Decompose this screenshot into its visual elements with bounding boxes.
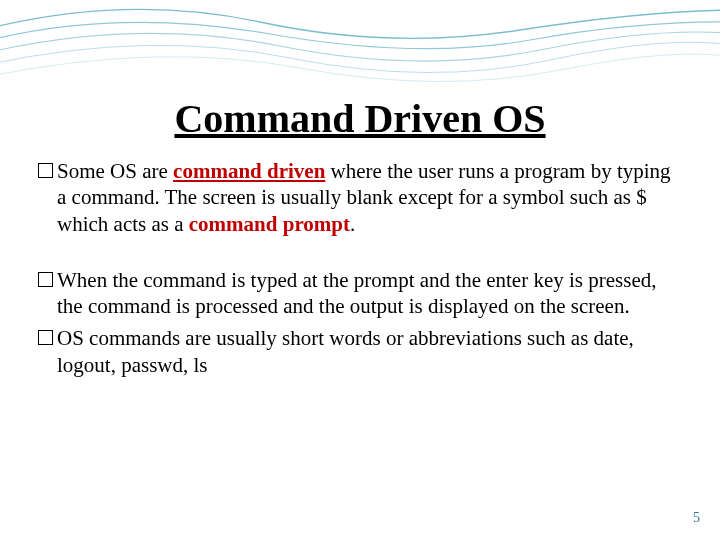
bullet-item-2: When the command is typed at the prompt … bbox=[38, 267, 676, 320]
slide-title: Command Driven OS bbox=[0, 95, 720, 142]
bullet-text-1: Some OS are command driven where the use… bbox=[57, 158, 676, 237]
bullet-item-3: OS commands are usually short words or a… bbox=[38, 325, 676, 378]
p1-post: . bbox=[350, 212, 355, 236]
bullet-icon bbox=[38, 330, 53, 345]
keyword-command-driven: command driven bbox=[173, 159, 325, 183]
bullet-icon bbox=[38, 272, 53, 287]
bullet-icon bbox=[38, 163, 53, 178]
bullet-text-2: When the command is typed at the prompt … bbox=[57, 267, 676, 320]
wave-decoration bbox=[0, 0, 720, 90]
bullet-item-1: Some OS are command driven where the use… bbox=[38, 158, 676, 237]
bullet-text-3: OS commands are usually short words or a… bbox=[57, 325, 676, 378]
paragraph-gap bbox=[38, 243, 676, 267]
p1-pre: Some OS are bbox=[57, 159, 173, 183]
keyword-command-prompt: command prompt bbox=[189, 212, 350, 236]
page-number: 5 bbox=[693, 510, 700, 526]
slide-body: Some OS are command driven where the use… bbox=[0, 158, 720, 378]
